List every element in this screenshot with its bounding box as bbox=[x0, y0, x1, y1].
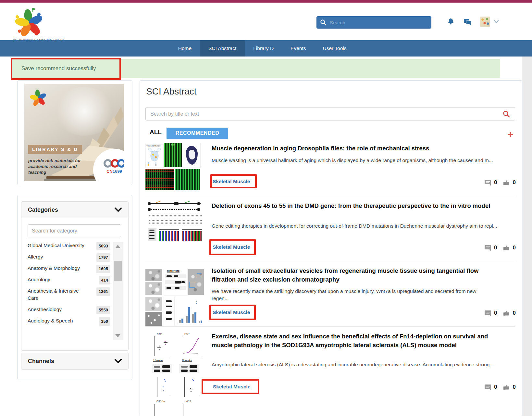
like-count: 0 bbox=[513, 179, 515, 186]
site-logo[interactable] bbox=[13, 7, 45, 38]
comment-count: 0 bbox=[494, 310, 497, 316]
category-item[interactable]: Allergy1797 bbox=[28, 253, 110, 260]
row-divider bbox=[145, 326, 515, 327]
category-item[interactable]: Anatomy & Morphology1605 bbox=[28, 265, 110, 272]
cn1699-logo-icon bbox=[103, 158, 124, 169]
category-item[interactable]: Andrology414 bbox=[28, 276, 110, 283]
nav-item-user-tools[interactable]: User Tools bbox=[315, 40, 355, 57]
article-title[interactable]: Muscle degeneration in aging Drosophila … bbox=[212, 144, 504, 153]
article-stats: 0 0 bbox=[484, 384, 516, 391]
page-right-gutter bbox=[522, 57, 532, 416]
comment-count: 0 bbox=[494, 179, 497, 186]
success-alert-text: Save recommend successfully bbox=[21, 65, 96, 72]
like-count: 0 bbox=[513, 245, 515, 251]
thumbs-up-icon[interactable] bbox=[503, 244, 510, 251]
categories-title: Categories bbox=[28, 207, 58, 213]
thumbs-up-icon[interactable] bbox=[503, 309, 510, 317]
comment-count: 0 bbox=[494, 245, 497, 251]
scroll-up-arrow[interactable] bbox=[115, 245, 120, 248]
article-excerpt: Gene editing therapies in development fo… bbox=[212, 222, 497, 230]
article-title[interactable]: Deletion of exons 45 to 55 in the DMD ge… bbox=[212, 201, 497, 210]
search-icon[interactable] bbox=[502, 110, 510, 118]
article-tag-skeletal-muscle[interactable]: Skeletal Muscle bbox=[213, 384, 250, 390]
category-count-badge: 1797 bbox=[96, 253, 110, 262]
article-tag-skeletal-muscle[interactable]: Skeletal Muscle bbox=[213, 244, 250, 250]
nav-item-library-d[interactable]: Library D bbox=[245, 40, 282, 57]
nav-list: Home SCI Abstract Library D Events User … bbox=[170, 40, 355, 57]
like-count: 0 bbox=[513, 384, 515, 390]
nav-item-sci-abstract[interactable]: SCI Abstract bbox=[200, 40, 245, 57]
avatar[interactable] bbox=[480, 17, 490, 27]
comments-icon[interactable] bbox=[484, 179, 491, 186]
cn1699-badge: CN1699 bbox=[93, 149, 124, 181]
account-chevron-down-icon[interactable] bbox=[494, 20, 499, 24]
category-count-badge: 350 bbox=[99, 317, 110, 326]
category-count-badge: 1605 bbox=[96, 265, 110, 273]
article-excerpt: Muscle wasting is a universal hallmark o… bbox=[212, 157, 497, 164]
channels-title: Channels bbox=[28, 358, 54, 365]
category-search-input[interactable] bbox=[28, 224, 121, 237]
messages-chat-icon[interactable] bbox=[463, 18, 472, 26]
article-stats: 0 0 bbox=[484, 244, 516, 251]
article-excerpt: Amyotrophic lateral sclerosis (ALS) is a… bbox=[212, 361, 497, 368]
thumbs-up-icon[interactable] bbox=[503, 384, 510, 391]
category-count-badge: 414 bbox=[99, 276, 110, 284]
article-stats: 0 0 bbox=[484, 179, 516, 186]
category-count-badge: 1261 bbox=[96, 287, 110, 296]
category-item[interactable]: Anesthesia & Intensive Care1261 bbox=[28, 287, 110, 302]
scroll-down-arrow[interactable] bbox=[115, 334, 120, 337]
chevron-down-icon bbox=[115, 208, 122, 212]
category-item[interactable]: Audiology & Speech-350 bbox=[28, 317, 110, 324]
cn-brand-cn: CN bbox=[106, 169, 113, 174]
promo-banner-text: provide rich materials for academic rese… bbox=[28, 158, 88, 175]
tab-recommended[interactable]: RECOMMENDED bbox=[167, 128, 228, 139]
comments-icon[interactable] bbox=[484, 310, 491, 316]
category-count-badge: 5559 bbox=[96, 306, 110, 314]
page: MACAO DIGITAL LIBRARY ASSOCIATION bbox=[0, 0, 532, 416]
promo-card: LIBRARY S & D provide rich materials for… bbox=[17, 80, 132, 185]
global-search bbox=[316, 16, 431, 29]
article-tag-skeletal-muscle[interactable]: Skeletal Muscle bbox=[213, 179, 250, 184]
article-title[interactable]: Exercise, disease state and sex influenc… bbox=[212, 332, 491, 349]
main-nav: Home SCI Abstract Library D Events User … bbox=[0, 40, 532, 57]
add-recommend-button[interactable]: + bbox=[507, 129, 513, 139]
category-item[interactable]: Global Medical University5093 bbox=[28, 242, 110, 249]
category-scrollbar[interactable] bbox=[113, 242, 123, 340]
article-stats: 0 0 bbox=[484, 309, 516, 317]
top-accent-bar bbox=[0, 0, 532, 3]
article-thumbnail[interactable]: RETENTATE bbox=[145, 266, 204, 326]
category-list: Global Medical University5093 Allergy179… bbox=[28, 242, 110, 340]
abstract-search-input[interactable] bbox=[145, 107, 515, 120]
article-thumbnail[interactable]: Fn14 Fn14 12 weeks 20 weeks bbox=[145, 332, 204, 416]
row-divider bbox=[145, 260, 515, 260]
categories-header[interactable]: Categories bbox=[21, 202, 128, 218]
success-alert: Save recommend successfully bbox=[12, 59, 500, 78]
promo-image[interactable]: LIBRARY S & D provide rich materials for… bbox=[24, 84, 124, 181]
page-title: SCI Abstract bbox=[146, 86, 197, 97]
row-divider bbox=[145, 195, 515, 195]
article-title[interactable]: Isolation of small extracellular vesicle… bbox=[212, 266, 501, 284]
nav-item-events[interactable]: Events bbox=[282, 40, 314, 57]
nav-item-home[interactable]: Home bbox=[170, 40, 200, 57]
promo-logo-icon bbox=[28, 88, 48, 107]
article-thumbnail[interactable]: Thoracic Muscle F-actin bbox=[145, 143, 204, 190]
channels-header[interactable]: Channels bbox=[21, 353, 128, 369]
category-item[interactable]: Anesthesiology5559 bbox=[28, 306, 110, 313]
comments-icon[interactable] bbox=[484, 245, 491, 251]
global-search-input[interactable] bbox=[329, 19, 421, 26]
comments-icon[interactable] bbox=[484, 384, 491, 390]
search-icon bbox=[320, 19, 327, 26]
article-tag-skeletal-muscle[interactable]: Skeletal Muscle bbox=[213, 309, 250, 315]
chevron-down-icon bbox=[115, 359, 122, 363]
tab-all[interactable]: ALL bbox=[150, 129, 162, 136]
comment-count: 0 bbox=[494, 384, 497, 390]
header: MACAO DIGITAL LIBRARY ASSOCIATION bbox=[0, 3, 532, 40]
article-thumbnail[interactable] bbox=[146, 201, 205, 242]
notifications-bell-icon[interactable] bbox=[447, 18, 455, 26]
thumbs-up-icon[interactable] bbox=[503, 179, 510, 186]
promo-banner-title: LIBRARY S & D bbox=[28, 145, 82, 154]
article-excerpt: We have recently made the strikingly dis… bbox=[212, 288, 494, 302]
scrollbar-thumb[interactable] bbox=[114, 261, 122, 281]
category-count-badge: 5093 bbox=[96, 242, 110, 250]
channels-panel: Channels bbox=[21, 353, 129, 370]
